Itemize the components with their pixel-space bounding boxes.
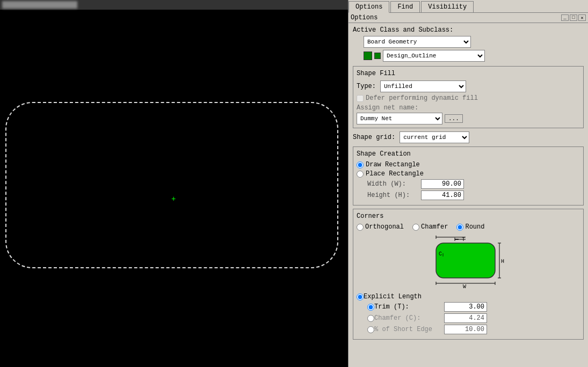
round-label: Round xyxy=(465,223,484,231)
active-class-label: Active Class and Subclass: xyxy=(353,26,584,34)
canvas-title-bar xyxy=(0,0,348,10)
svg-text:H: H xyxy=(501,259,504,265)
trim-radio[interactable] xyxy=(367,304,374,311)
right-panel: Options Find Visibility Options _ □ ✕ Ac… xyxy=(348,0,588,367)
short-edge-row: % of Short Edge xyxy=(367,325,580,334)
corners-title: Corners xyxy=(357,212,580,220)
crosshair-icon: + xyxy=(171,195,176,203)
defer-checkbox[interactable] xyxy=(357,95,364,102)
shape-grid-dropdown[interactable]: current grid xyxy=(400,131,469,143)
content-area: Active Class and Subclass: Board Geometr… xyxy=(349,23,588,367)
type-label: Type: xyxy=(357,83,376,90)
close-button[interactable]: ✕ xyxy=(578,14,586,21)
tab-visibility[interactable]: Visibility xyxy=(421,1,474,12)
tab-find[interactable]: Find xyxy=(390,1,420,12)
height-input[interactable] xyxy=(421,190,464,200)
short-edge-radio[interactable] xyxy=(367,326,374,333)
orthogonal-option: Orthogonal xyxy=(357,223,404,231)
round-option: Round xyxy=(456,223,484,231)
svg-rect-0 xyxy=(436,243,495,278)
orthogonal-label: Orthogonal xyxy=(365,223,404,231)
shape-creation-section: Shape Creation Draw Rectangle Place Rect… xyxy=(353,146,584,205)
assign-net-label: Assign net name: xyxy=(357,104,580,112)
corners-radio-row: Orthogonal Chamfer Round xyxy=(357,223,580,231)
height-label: Height (H): xyxy=(367,192,421,199)
chamfer-c-label: Chamfer (C): xyxy=(374,314,444,322)
draw-rectangle-radio[interactable] xyxy=(357,162,364,168)
chamfer-radio[interactable] xyxy=(412,224,419,231)
short-edge-input[interactable] xyxy=(444,325,487,334)
shape-grid-label: Shape grid: xyxy=(353,134,395,141)
chamfer-option: Chamfer xyxy=(412,223,448,231)
chamfer-row: Chamfer (C): xyxy=(367,313,580,323)
trim-input[interactable] xyxy=(444,302,487,312)
ellipsis-button[interactable]: ... xyxy=(445,114,463,123)
minimize-button[interactable]: _ xyxy=(561,14,569,21)
color-swatch-inner xyxy=(374,53,381,59)
board-outline xyxy=(5,102,338,268)
place-rectangle-label: Place Rectangle xyxy=(366,170,424,178)
orthogonal-radio[interactable] xyxy=(357,224,364,231)
window-controls: _ □ ✕ xyxy=(561,14,586,21)
subclass-dropdown[interactable]: Design_Outline xyxy=(383,50,485,62)
chamfer-c-radio[interactable] xyxy=(367,315,374,322)
trim-label: Trim (T): xyxy=(374,303,444,311)
width-input[interactable] xyxy=(421,179,464,189)
tab-bar: Options Find Visibility xyxy=(349,0,588,13)
shape-fill-title: Shape Fill xyxy=(357,70,580,77)
canvas-area: + xyxy=(0,0,348,367)
explicit-length-radio[interactable] xyxy=(357,293,364,300)
draw-rectangle-label: Draw Rectangle xyxy=(366,161,420,168)
round-radio[interactable] xyxy=(456,224,463,231)
shape-creation-title: Shape Creation xyxy=(357,150,580,158)
explicit-length-label: Explicit Length xyxy=(364,293,422,300)
restore-button[interactable]: □ xyxy=(570,14,577,21)
class-dropdown[interactable]: Board Geometry xyxy=(364,36,471,48)
sub-radio-rows: Trim (T): Chamfer (C): % of Short Edge xyxy=(367,302,580,334)
canvas-title-blur xyxy=(2,1,77,9)
width-label: Width (W): xyxy=(367,180,421,188)
tab-options[interactable]: Options xyxy=(349,1,389,13)
shape-grid-row: Shape grid: current grid xyxy=(353,131,584,143)
corner-diagram: T H W C xyxy=(425,235,511,289)
chamfer-label: Chamfer xyxy=(421,223,448,231)
shape-fill-section: Shape Fill Type: Unfilled Defer performi… xyxy=(353,66,584,128)
short-edge-label: % of Short Edge xyxy=(374,326,444,333)
trim-row: Trim (T): xyxy=(367,302,580,312)
explicit-length-row: Explicit Length xyxy=(357,293,580,300)
chamfer-c-input[interactable] xyxy=(444,313,487,323)
type-dropdown[interactable]: Unfilled xyxy=(380,80,466,92)
svg-text:W: W xyxy=(463,284,466,289)
net-dropdown[interactable]: Dummy Net xyxy=(357,113,442,124)
defer-label: Defer performing dynamic fill xyxy=(366,94,478,102)
options-header: Options _ □ ✕ xyxy=(349,13,588,23)
corner-diagram-svg: T H W C xyxy=(425,235,511,289)
color-swatch-outer xyxy=(364,52,372,60)
corners-section: Corners Orthogonal Chamfer Round xyxy=(353,209,584,340)
svg-text:C: C xyxy=(439,251,442,257)
options-title: Options xyxy=(351,14,378,21)
place-rectangle-radio[interactable] xyxy=(357,171,364,178)
svg-text:T: T xyxy=(462,237,465,243)
